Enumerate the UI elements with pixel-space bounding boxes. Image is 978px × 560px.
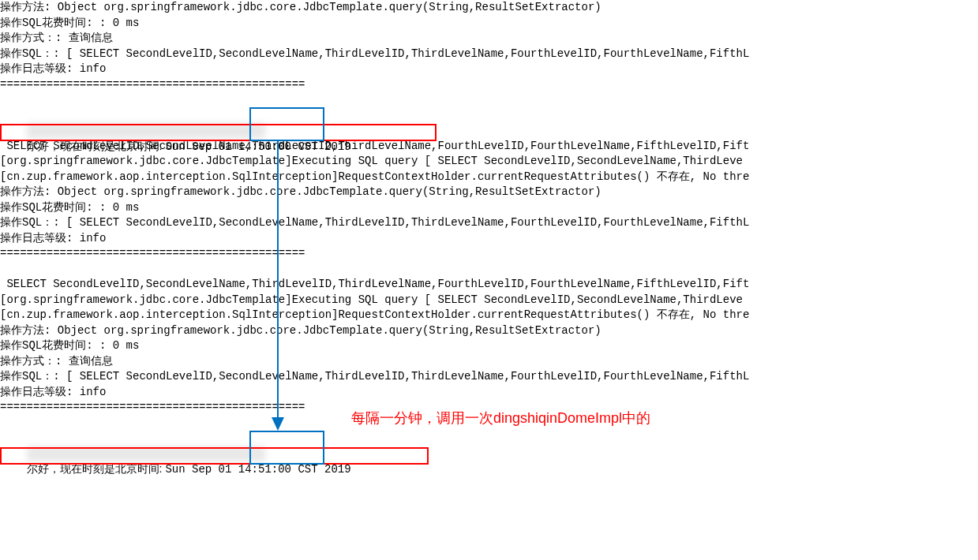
log-line: 操作日志等级: info xyxy=(0,231,978,247)
log-line: 操作SQL：: [ SELECT SecondLevelID,SecondLev… xyxy=(0,47,978,62)
highlight-box-blue-2 xyxy=(249,431,324,465)
highlight-box-red-2 xyxy=(0,447,429,465)
log-line: ========================================… xyxy=(0,77,978,93)
log-line: 操作方法: Object org.springframework.jdbc.co… xyxy=(0,0,978,16)
log-line xyxy=(0,262,978,278)
log-line: [cn.zup.framework.aop.interception.SqlIn… xyxy=(0,170,978,185)
highlight-box-blue-1 xyxy=(249,107,324,141)
log-line: [org.springframework.jdbc.core.JdbcTempl… xyxy=(0,293,978,308)
log-line: SELECT SecondLevelID,SecondLevelName,Thi… xyxy=(0,277,978,293)
blurred-line xyxy=(0,108,978,124)
log-line: ========================================… xyxy=(0,246,978,262)
log-line: 操作方式：: 查询信息 xyxy=(0,31,978,47)
log-line: 操作SQL花费时间: : 0 ms xyxy=(0,200,978,216)
timestamp-suffix: CST 2019 xyxy=(291,463,351,476)
blurred-line xyxy=(0,431,978,446)
log-line: 操作日志等级: info xyxy=(0,62,978,77)
annotation-text: 每隔一分钟，调用一次dingshiqinDomeImpl中的 xyxy=(351,409,650,428)
log-line: 操作方法: Object org.springframework.jdbc.co… xyxy=(0,323,978,339)
log-line: 操作SQL：: [ SELECT SecondLevelID,SecondLev… xyxy=(0,215,978,231)
highlight-box-red-1 xyxy=(0,124,437,141)
log-line: 操作日志等级: info xyxy=(0,385,978,401)
log-line: 操作SQL花费时间: : 0 ms xyxy=(0,338,978,354)
log-line: 操作SQL：: [ SELECT SecondLevelID,SecondLev… xyxy=(0,369,978,385)
log-line: 操作方式：: 查询信息 xyxy=(0,354,978,370)
log-line: 操作方法: Object org.springframework.jdbc.co… xyxy=(0,185,978,200)
log-line: [cn.zup.framework.aop.interception.SqlIn… xyxy=(0,308,978,323)
timestamp-time: 14:51:00 xyxy=(238,463,291,476)
log-line xyxy=(0,92,978,108)
log-output: 操作方法: Object org.springframework.jdbc.co… xyxy=(0,0,978,461)
log-line: [org.springframework.jdbc.core.JdbcTempl… xyxy=(0,154,978,170)
log-line: 操作SQL花费时间: : 0 ms xyxy=(0,16,978,32)
timestamp-date: Sun Sep 01 xyxy=(165,463,238,476)
